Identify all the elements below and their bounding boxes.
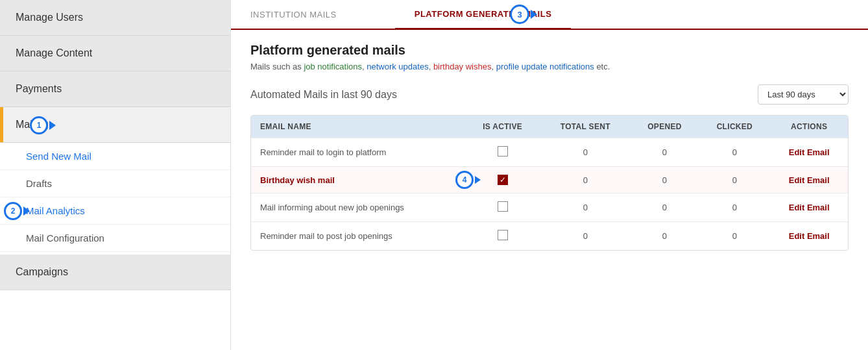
cell-total-sent: 0 (540, 138, 630, 167)
desc-network: network updates (367, 62, 428, 71)
table-header-row: EMAIL NAME IS ACTIVE TOTAL SENT OPENED C… (251, 116, 848, 138)
cell-opened: 0 (630, 194, 699, 222)
col-is-active: IS ACTIVE (464, 116, 540, 138)
step-1-badge: 1 (30, 116, 48, 134)
cell-clicked: 0 (699, 194, 770, 222)
sidebar-item-analytics-wrapper: 2 Mail Analytics (0, 197, 230, 225)
edit-email-button[interactable]: Edit Email (789, 231, 830, 241)
sidebar-sub-send-new-mail[interactable]: Send New Mail (0, 143, 230, 170)
sidebar-item-label: Payments (16, 83, 62, 94)
step-2-badge: 2 (4, 202, 22, 220)
edit-email-button[interactable]: Edit Email (789, 147, 830, 157)
sidebar-item-label: Campaigns (16, 266, 68, 277)
section-title: Platform generated mails (250, 43, 849, 58)
table-row: Reminder mail to post job openings 0 0 0… (251, 222, 848, 251)
col-email-name: EMAIL NAME (251, 116, 464, 138)
desc-job-notif: job notifications (304, 62, 362, 71)
cell-is-active (464, 222, 540, 251)
col-actions: ACTIONS (770, 116, 848, 138)
table-row: Reminder mail to login to platform 0 0 0… (251, 138, 848, 167)
days-filter-dropdown[interactable]: Last 90 days Last 30 days Last 7 days (758, 84, 849, 105)
col-total-sent: TOTAL SENT (540, 116, 630, 138)
cell-is-active: 4 ✓ (464, 167, 540, 194)
table-row: Birthday wish mail 4 ✓ 0 (251, 167, 848, 194)
step-4-arrow (475, 176, 481, 184)
tabs-bar: Institution Mails 3 Platform Generated M… (231, 0, 868, 30)
sidebar-sub-drafts[interactable]: Drafts (0, 170, 230, 197)
sidebar-item-payments[interactable]: Payments (0, 71, 230, 107)
cell-opened: 0 (630, 138, 699, 167)
sidebar-item-campaigns[interactable]: Campaigns (0, 255, 230, 290)
section-desc: Mails such as job notifications, network… (250, 62, 849, 71)
cell-email-name: Mail informing about new job openings (251, 194, 464, 222)
desc-birthday: birthday wishes (433, 62, 492, 71)
table-row: Mail informing about new job openings 0 … (251, 194, 848, 222)
automated-mails-table: EMAIL NAME IS ACTIVE TOTAL SENT OPENED C… (250, 115, 849, 251)
cell-action: Edit Email 5 (770, 167, 848, 194)
cell-total-sent: 0 (540, 167, 630, 194)
col-clicked: CLICKED (699, 116, 770, 138)
tab-platform-generated-mails[interactable]: Platform Generated Mails (395, 0, 572, 30)
cell-opened: 0 (630, 222, 699, 251)
edit-email-button[interactable]: Edit Email (789, 203, 830, 212)
automated-title: Automated Mails in last 90 days (250, 88, 397, 101)
cell-action: Edit Email (770, 194, 848, 222)
content-area: Platform generated mails Mails such as j… (231, 30, 868, 264)
step-4-badge: 4 (455, 171, 474, 189)
sidebar-sub-mail-analytics[interactable]: Mail Analytics (0, 197, 230, 225)
sidebar: Manage Users Manage Content Payments 1 M… (0, 0, 231, 350)
cell-email-name: Birthday wish mail (251, 167, 464, 194)
step-2-arrow (23, 206, 30, 216)
edit-email-button[interactable]: Edit Email (789, 175, 830, 185)
step-1-arrow (49, 121, 56, 130)
tab-institution-mails[interactable]: Institution Mails (231, 1, 356, 29)
automated-subtitle: in last 90 days (328, 89, 397, 100)
cell-is-active (464, 138, 540, 167)
cell-opened: 0 (630, 167, 699, 194)
step-3-wrap: 3 (510, 5, 537, 24)
step-3-arrow (531, 10, 537, 19)
automated-mails-header: Automated Mails in last 90 days Last 90 … (250, 84, 849, 105)
cell-clicked: 0 (699, 222, 770, 251)
sidebar-item-label: Manage Users (16, 12, 83, 23)
step-4-wrap: 4 (455, 171, 481, 189)
cell-email-name: Reminder mail to login to platform (251, 138, 464, 167)
cell-clicked: 0 (699, 167, 770, 194)
sidebar-item-label: Manage Content (16, 47, 92, 58)
col-opened: OPENED (630, 116, 699, 138)
checkbox-unchecked[interactable] (498, 201, 508, 212)
cell-email-name: Reminder mail to post job openings (251, 222, 464, 251)
checkbox-checked[interactable]: ✓ (498, 175, 508, 185)
sidebar-sub-mail-config[interactable]: Mail Configuration (0, 225, 230, 252)
main-content: Institution Mails 3 Platform Generated M… (231, 0, 868, 350)
sidebar-item-manage-users[interactable]: Manage Users (0, 0, 230, 36)
cell-is-active (464, 194, 540, 222)
desc-profile: profile update notifications (496, 62, 594, 71)
checkbox-unchecked[interactable] (498, 230, 508, 240)
sidebar-item-manage-content[interactable]: Manage Content (0, 36, 230, 71)
cell-action: Edit Email (770, 138, 848, 167)
step-3-badge: 3 (510, 5, 529, 24)
cell-total-sent: 0 (540, 222, 630, 251)
checkbox-unchecked[interactable] (498, 146, 508, 156)
cell-clicked: 0 (699, 138, 770, 167)
cell-action: Edit Email (770, 222, 848, 251)
sidebar-item-mailing-wrapper: 1 Mailing (0, 107, 230, 143)
cell-total-sent: 0 (540, 194, 630, 222)
